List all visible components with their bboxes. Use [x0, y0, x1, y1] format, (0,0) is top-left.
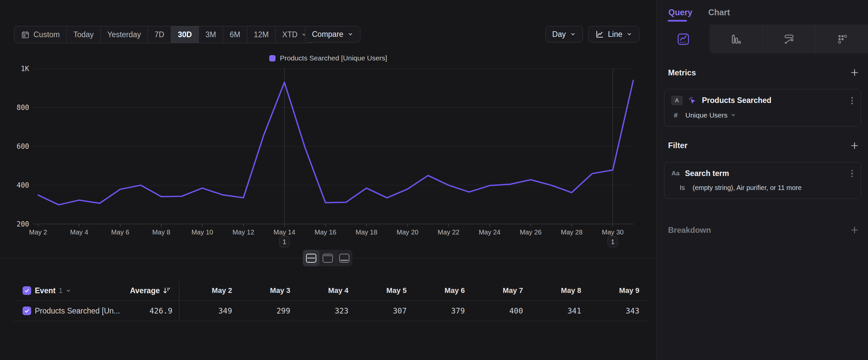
table-row: Products Searched [Un... 426.9 349299323…	[0, 301, 656, 321]
table-divider	[14, 321, 647, 321]
filter-heading: Filter	[668, 141, 688, 150]
svg-text:May 8: May 8	[152, 228, 170, 236]
chart-legend[interactable]: Products Searched [Unique Users]	[0, 54, 656, 62]
view-tab-retention[interactable]	[815, 25, 868, 53]
filter-card[interactable]: Aa Search term Is (empty string), Air pu…	[664, 162, 861, 199]
filter-options-menu[interactable]	[850, 169, 855, 179]
add-metric-button[interactable]	[849, 67, 860, 78]
add-filter-button[interactable]	[849, 140, 860, 151]
chart-type-button[interactable]: Line	[588, 26, 639, 43]
svg-text:1K: 1K	[21, 65, 30, 73]
metrics-heading: Metrics	[668, 68, 696, 77]
tab-chart[interactable]: Chart	[708, 0, 730, 25]
annotation-badge[interactable]: 1	[608, 236, 618, 247]
date-column-header[interactable]: May 2	[179, 286, 232, 295]
svg-text:May 2: May 2	[29, 228, 47, 236]
line-chart[interactable]: 2004006008001KMay 2May 4May 6May 8May 10…	[0, 63, 656, 252]
calendar-icon	[21, 30, 30, 39]
date-value-cell: 307	[348, 307, 407, 315]
view-type-tabs	[657, 25, 868, 53]
flows-icon	[782, 32, 796, 46]
retention-dots-icon	[836, 32, 849, 46]
filter-section-header: Filter	[664, 140, 861, 151]
metric-options-menu[interactable]	[850, 95, 855, 106]
layout-split-button[interactable]	[303, 250, 319, 266]
number-type-icon: #	[672, 111, 680, 119]
svg-text:May 12: May 12	[232, 228, 254, 236]
range-6m[interactable]: 6M	[223, 26, 247, 43]
date-value-cells: 349299323307379400341343	[179, 301, 640, 321]
legend-label: Products Searched [Unique Users]	[280, 54, 387, 62]
tab-query[interactable]: Query	[669, 0, 692, 25]
layout-chart-only-button[interactable]	[319, 250, 336, 266]
metric-card[interactable]: A Products Searched #	[664, 89, 861, 127]
aggregation-selector[interactable]: Unique Users	[685, 111, 736, 119]
date-value-cell: 379	[407, 307, 465, 315]
svg-text:May 6: May 6	[111, 228, 129, 236]
date-column-header[interactable]: May 6	[407, 286, 465, 295]
average-column-header[interactable]: Average	[99, 281, 171, 301]
svg-text:200: 200	[17, 220, 29, 228]
compare-button[interactable]: Compare	[305, 26, 361, 43]
date-range-control: Custom Today Yesterday 7D 30D 3M 6M 12M …	[14, 26, 314, 43]
date-column-header[interactable]: May 8	[523, 286, 582, 295]
filter-value[interactable]: (empty string), Air purifier, or 11 more	[692, 184, 802, 192]
string-type-icon: Aa	[671, 170, 680, 177]
svg-text:May 28: May 28	[561, 228, 583, 236]
event-column-header[interactable]: Event 1	[35, 281, 71, 301]
panel-top-icon	[322, 254, 333, 263]
add-breakdown-button[interactable]	[849, 224, 860, 236]
svg-text:May 10: May 10	[191, 228, 213, 236]
date-value-cell: 343	[581, 307, 640, 315]
sort-icon	[162, 286, 171, 295]
svg-text:800: 800	[17, 104, 29, 112]
filter-operator[interactable]: Is	[680, 184, 687, 192]
view-tab-insights[interactable]	[657, 25, 710, 53]
granularity-button[interactable]: Day	[546, 26, 583, 43]
svg-text:May 18: May 18	[356, 228, 378, 236]
range-7d[interactable]: 7D	[148, 26, 171, 43]
date-value-cell: 323	[290, 307, 349, 315]
annotation-badge[interactable]: 1	[279, 236, 289, 247]
event-click-icon	[688, 96, 697, 105]
table-header-row: Event 1 Average M	[0, 281, 656, 301]
date-column-header[interactable]: May 7	[465, 286, 523, 295]
range-12m[interactable]: 12M	[247, 26, 276, 43]
range-custom[interactable]: Custom	[14, 26, 66, 43]
table-column-divider	[179, 281, 179, 321]
range-yesterday[interactable]: Yesterday	[100, 26, 148, 43]
filter-property-name: Search term	[685, 169, 729, 178]
svg-text:May 26: May 26	[520, 228, 542, 236]
svg-text:May 22: May 22	[438, 228, 460, 236]
panel-body: Metrics A Products	[664, 53, 861, 236]
layout-table-only-button[interactable]	[336, 250, 352, 266]
date-header-cells: May 2May 3May 4May 5May 6May 7May 8May 9	[179, 281, 640, 301]
svg-text:600: 600	[17, 142, 29, 150]
range-3m[interactable]: 3M	[198, 26, 223, 43]
metrics-section-header: Metrics	[664, 67, 861, 78]
date-value-cell: 299	[232, 307, 290, 315]
query-panel: Query Chart	[656, 0, 868, 360]
layout-toggle	[303, 250, 352, 266]
breakdown-heading: Breakdown	[668, 225, 711, 235]
date-column-header[interactable]: May 3	[232, 286, 290, 295]
range-today[interactable]: Today	[66, 26, 100, 43]
svg-text:1: 1	[611, 238, 615, 245]
series-letter-badge: A	[671, 95, 683, 105]
date-column-header[interactable]: May 5	[348, 286, 407, 295]
select-all-checkbox[interactable]	[23, 286, 31, 295]
date-column-header[interactable]: May 4	[290, 286, 349, 295]
view-tab-funnels[interactable]	[710, 25, 762, 53]
date-column-header[interactable]: May 9	[581, 286, 640, 295]
svg-text:May 16: May 16	[315, 228, 337, 236]
svg-text:1: 1	[282, 238, 286, 245]
view-tab-flows[interactable]	[762, 25, 815, 53]
average-value: 426.9	[99, 301, 173, 321]
panel-bottom-icon	[339, 254, 349, 263]
row-checkbox[interactable]	[23, 307, 31, 315]
range-30d[interactable]: 30D	[171, 26, 198, 43]
date-value-cell: 400	[465, 307, 523, 315]
breakdown-section-header: Breakdown	[664, 224, 861, 236]
chevron-down-icon	[570, 31, 576, 37]
metric-name: Products Searched	[702, 96, 772, 105]
